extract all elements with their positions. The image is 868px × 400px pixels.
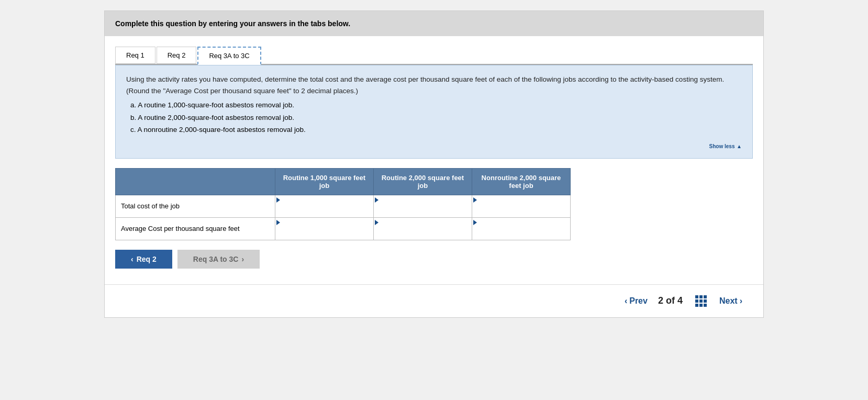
avg-cost-routine1000-input[interactable] xyxy=(276,227,372,239)
prev-button[interactable]: ‹ Prev xyxy=(625,296,648,306)
list-item: c. A nonroutine 2,000-square-foot asbest… xyxy=(130,124,742,136)
instruction-bar: Complete this question by entering your … xyxy=(105,11,763,36)
total-cost-routine2000-input[interactable] xyxy=(375,204,471,216)
list-item: b. A routine 2,000-square-foot asbestos … xyxy=(130,112,742,124)
next-chevron-icon: › xyxy=(740,296,742,306)
triangle-indicator-icon xyxy=(276,197,280,203)
triangle-indicator-icon xyxy=(473,197,477,203)
next-req-label: Req 3A to 3C xyxy=(193,255,239,263)
tabs-container: Req 1 Req 2 Req 3A to 3C xyxy=(115,47,753,65)
prev-req-label: Req 2 xyxy=(137,255,157,263)
table-row: Average Cost per thousand square feet xyxy=(116,217,571,240)
question-box: Using the activity rates you have comput… xyxy=(115,65,753,159)
page-info: 2 of 4 xyxy=(658,295,683,306)
triangle-indicator-icon xyxy=(375,220,379,225)
col-header-routine1000: Routine 1,000 square feet job xyxy=(275,168,373,195)
input-cell-total-2000[interactable] xyxy=(373,195,472,217)
col-header-empty xyxy=(116,168,275,195)
question-main-text: Using the activity rates you have comput… xyxy=(126,75,724,83)
instruction-text: Complete this question by entering your … xyxy=(115,19,350,28)
triangle-indicator-icon xyxy=(473,220,477,225)
next-button[interactable]: Next › xyxy=(719,296,742,306)
input-cell-avg-2000[interactable] xyxy=(373,217,472,240)
total-cost-routine1000-input[interactable] xyxy=(276,204,372,216)
triangle-indicator-icon xyxy=(276,220,280,225)
bottom-nav: ‹ Prev 2 of 4 Next › xyxy=(105,284,763,317)
table-row: Total cost of the job xyxy=(116,195,571,217)
triangle-indicator-icon xyxy=(375,197,379,203)
data-table-section: Routine 1,000 square feet job Routine 2,… xyxy=(115,168,753,240)
cost-table: Routine 1,000 square feet job Routine 2,… xyxy=(115,168,571,240)
next-label: Next xyxy=(719,296,738,306)
col-header-routine2000: Routine 2,000 square feet job xyxy=(373,168,472,195)
row-label-total-cost: Total cost of the job xyxy=(116,195,275,217)
input-cell-avg-1000[interactable] xyxy=(275,217,373,240)
prev-label: Prev xyxy=(629,296,648,306)
tab-req3a3c[interactable]: Req 3A to 3C xyxy=(197,47,261,65)
prev-req-button[interactable]: ‹ Req 2 xyxy=(115,250,172,269)
total-pages: 4 xyxy=(677,295,683,306)
tab-req1[interactable]: Req 1 xyxy=(115,47,155,64)
list-item: a. A routine 1,000-square-foot asbestos … xyxy=(130,99,742,111)
triangle-up-icon: ▲ xyxy=(737,143,742,149)
avg-cost-routine2000-input[interactable] xyxy=(375,227,471,239)
grid-icon[interactable] xyxy=(695,295,707,307)
total-cost-nonroutine2000-input[interactable] xyxy=(473,204,569,216)
current-page: 2 xyxy=(658,295,663,306)
requirement-nav-buttons: ‹ Req 2 Req 3A to 3C › xyxy=(115,250,753,269)
prev-chevron-icon: ‹ xyxy=(625,296,627,306)
of-label: of xyxy=(666,295,675,306)
prev-chevron-icon: ‹ xyxy=(131,255,133,263)
next-chevron-icon: › xyxy=(241,255,244,263)
avg-cost-nonroutine2000-input[interactable] xyxy=(473,227,569,239)
question-items-list: a. A routine 1,000-square-foot asbestos … xyxy=(130,99,742,136)
input-cell-total-1000[interactable] xyxy=(275,195,373,217)
row-label-avg-cost: Average Cost per thousand square feet xyxy=(116,217,275,240)
tab-req2[interactable]: Req 2 xyxy=(157,47,197,64)
show-less-label: Show less xyxy=(709,143,735,149)
show-less-button[interactable]: Show less ▲ xyxy=(126,141,742,152)
col-header-nonroutine2000: Nonroutine 2,000 square feet job xyxy=(472,168,570,195)
question-red-note: (Round the "Average Cost per thousand sq… xyxy=(126,87,358,95)
input-cell-avg-nonroutine[interactable] xyxy=(472,217,570,240)
input-cell-total-nonroutine[interactable] xyxy=(472,195,570,217)
next-req-button[interactable]: Req 3A to 3C › xyxy=(177,250,260,269)
